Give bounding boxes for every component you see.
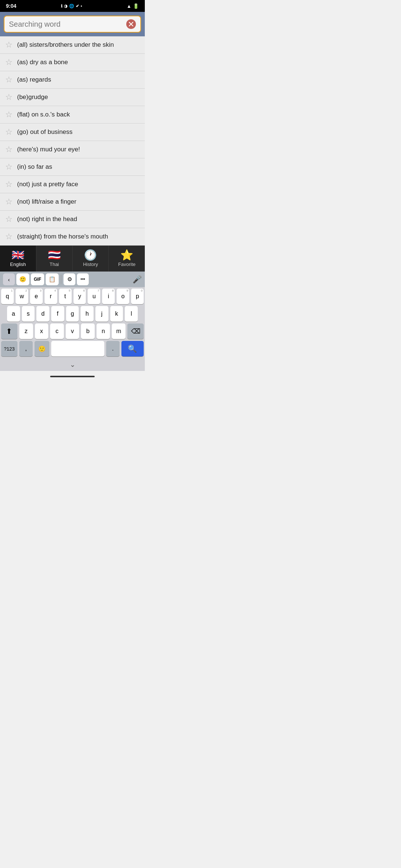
tab-favorite-icon: ⭐: [120, 250, 133, 260]
globe-icon: 🌐: [69, 4, 74, 9]
favorite-star-icon[interactable]: ☆: [5, 233, 13, 241]
word-text: (go) out of business: [17, 128, 72, 136]
keyboard-area: ‹ 🙂 GIF 📋 ⚙ ••• 🎤 1q 2w 3e 4r 5t 6y 7u 8…: [0, 272, 145, 371]
word-list-item[interactable]: ☆ (not) lift/raise a finger: [0, 193, 145, 211]
key-c[interactable]: c: [50, 323, 64, 339]
task-icon: ✔: [76, 4, 79, 9]
sticker-button[interactable]: 🙂: [16, 273, 29, 285]
keyboard-bottom: ⌄: [0, 359, 145, 371]
word-text: (as) regards: [17, 76, 51, 83]
key-x[interactable]: x: [35, 323, 49, 339]
key-m[interactable]: m: [112, 323, 125, 339]
favorite-star-icon[interactable]: ☆: [5, 128, 13, 136]
word-text: (all) sisters/brothers under the skin: [17, 41, 114, 49]
key-b[interactable]: b: [81, 323, 95, 339]
key-q[interactable]: 1q: [1, 289, 14, 304]
key-emoji[interactable]: 🙂: [35, 341, 49, 356]
status-time: 9:04: [6, 3, 16, 9]
word-list-item[interactable]: ☆ (not) just a pretty face: [0, 176, 145, 193]
key-e[interactable]: 3e: [30, 289, 43, 304]
key-period[interactable]: .: [106, 341, 120, 356]
word-text: (be)grudge: [17, 93, 48, 101]
key-r[interactable]: 4r: [45, 289, 57, 304]
word-list-item[interactable]: ☆ (straight) from the horse's mouth: [0, 228, 145, 246]
favorite-star-icon[interactable]: ☆: [5, 41, 13, 49]
favorite-star-icon[interactable]: ☆: [5, 198, 13, 206]
keyboard-toolbar: ‹ 🙂 GIF 📋 ⚙ ••• 🎤: [0, 272, 145, 287]
word-list-item[interactable]: ☆ (here's) mud your eye!: [0, 141, 145, 158]
key-shift[interactable]: ⬆: [1, 323, 17, 339]
word-list-item[interactable]: ☆ (go) out of business: [0, 124, 145, 141]
word-list-item[interactable]: ☆ (as) regards: [0, 71, 145, 89]
favorite-star-icon[interactable]: ☆: [5, 180, 13, 188]
key-h[interactable]: h: [81, 306, 94, 322]
tab-thai[interactable]: 🇹🇭 Thai: [36, 246, 73, 272]
word-text: (here's) mud your eye!: [17, 146, 80, 153]
search-input[interactable]: [9, 20, 123, 29]
favorite-star-icon[interactable]: ☆: [5, 76, 13, 84]
favorite-star-icon[interactable]: ☆: [5, 93, 13, 101]
word-text: (flat) on s.o.'s back: [17, 111, 70, 118]
tab-english[interactable]: 🇬🇧 English: [0, 246, 36, 272]
search-key-icon: 🔍: [128, 344, 137, 353]
battery-icon: 🔋: [133, 3, 139, 9]
key-n[interactable]: n: [97, 323, 110, 339]
favorite-star-icon[interactable]: ☆: [5, 145, 13, 154]
word-text: (in) so far as: [17, 163, 52, 171]
key-o[interactable]: 9o: [117, 289, 129, 304]
clipboard-button[interactable]: 📋: [46, 273, 59, 285]
key-z[interactable]: z: [19, 323, 33, 339]
word-text: (not) just a pretty face: [17, 181, 78, 188]
favorite-star-icon[interactable]: ☆: [5, 215, 13, 223]
status-right-icons: ▲ 🔋: [127, 3, 139, 9]
key-g[interactable]: g: [66, 306, 79, 322]
tab-bar: 🇬🇧 English 🇹🇭 Thai 🕐 History ⭐ Favorite: [0, 246, 145, 272]
word-list-item[interactable]: ☆ (as) dry as a bone: [0, 54, 145, 71]
key-d[interactable]: d: [36, 306, 49, 322]
key-j[interactable]: j: [95, 306, 108, 322]
key-comma[interactable]: ,: [19, 341, 33, 356]
keyboard-back-button[interactable]: ‹: [3, 273, 15, 285]
search-clear-button[interactable]: [126, 19, 136, 29]
key-u[interactable]: 7u: [88, 289, 100, 304]
key-t[interactable]: 5t: [59, 289, 72, 304]
word-list-item[interactable]: ☆ (not) right in the head: [0, 211, 145, 228]
tab-thai-label: Thai: [49, 262, 59, 267]
key-row-4: ?123 , 🙂 . 🔍: [1, 341, 144, 356]
key-f[interactable]: f: [51, 306, 64, 322]
key-i[interactable]: 8i: [102, 289, 115, 304]
home-indicator: [50, 376, 95, 377]
word-list-item[interactable]: ☆ (flat) on s.o.'s back: [0, 106, 145, 124]
key-space[interactable]: [51, 341, 104, 356]
gif-button[interactable]: GIF: [31, 273, 44, 285]
favorite-star-icon[interactable]: ☆: [5, 163, 13, 171]
key-a[interactable]: a: [7, 306, 20, 322]
key-w[interactable]: 2w: [16, 289, 28, 304]
key-delete[interactable]: ⌫: [127, 323, 144, 339]
key-symbols[interactable]: ?123: [1, 341, 17, 356]
toolbar-separator: [61, 275, 61, 284]
tab-history[interactable]: 🕐 History: [73, 246, 109, 272]
settings-button[interactable]: ⚙: [63, 273, 75, 285]
key-s[interactable]: s: [22, 306, 35, 322]
word-list-item[interactable]: ☆ (be)grudge: [0, 89, 145, 106]
key-row-2: a s d f g h j k l: [1, 306, 144, 322]
key-k[interactable]: k: [110, 306, 123, 322]
wifi-icon: ▲: [127, 3, 131, 9]
key-p[interactable]: 0p: [131, 289, 144, 304]
key-v[interactable]: v: [66, 323, 79, 339]
tab-favorite[interactable]: ⭐ Favorite: [109, 246, 145, 272]
more-button[interactable]: •••: [77, 273, 89, 285]
key-search[interactable]: 🔍: [121, 341, 144, 356]
favorite-star-icon[interactable]: ☆: [5, 111, 13, 119]
favorite-star-icon[interactable]: ☆: [5, 58, 13, 66]
key-y[interactable]: 6y: [74, 289, 86, 304]
mic-button[interactable]: 🎤: [133, 275, 142, 284]
word-list-item[interactable]: ☆ (in) so far as: [0, 158, 145, 176]
key-l[interactable]: l: [125, 306, 138, 322]
tab-favorite-label: Favorite: [118, 262, 136, 267]
status-icons: ℹ ◑ 🌐 ✔ •: [61, 4, 82, 9]
chevron-down-icon: ⌄: [70, 361, 75, 369]
key-row-3: ⬆ z x c v b n m ⌫: [1, 323, 144, 339]
word-list-item[interactable]: ☆ (all) sisters/brothers under the skin: [0, 36, 145, 54]
